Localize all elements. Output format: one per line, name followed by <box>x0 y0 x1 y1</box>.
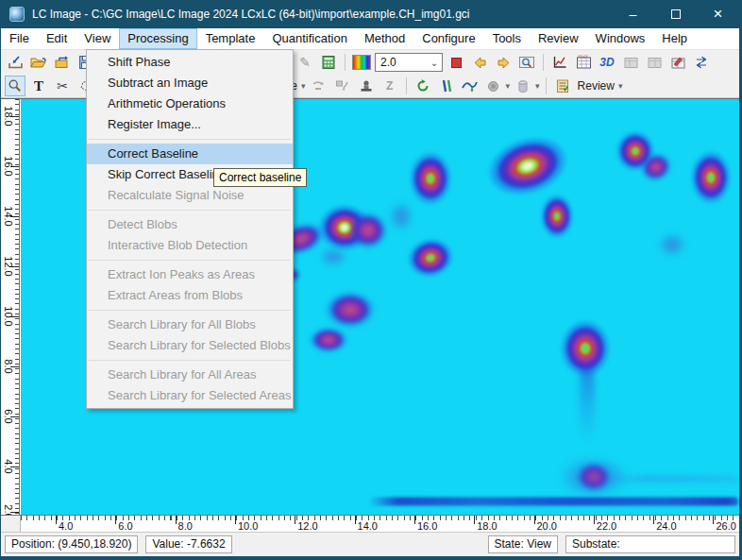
palette-icon <box>352 55 371 70</box>
menu-item-correct-baseline[interactable]: Correct Baseline <box>87 144 293 164</box>
back-button[interactable] <box>469 52 490 73</box>
swap-views-icon[interactable] <box>691 52 712 73</box>
toolbar-file-group <box>5 50 96 75</box>
status-substate: Substate: <box>565 535 735 553</box>
blob-op2-icon-disabled <box>332 76 353 96</box>
x-ruler-label: 20.0 <box>537 520 557 532</box>
blob-green <box>690 150 732 205</box>
close-button[interactable]: × <box>697 0 739 28</box>
toolbar-separator <box>543 54 544 71</box>
menu-item-shift-phase[interactable]: Shift Phase <box>87 52 293 73</box>
zoom-window-icon[interactable] <box>516 52 537 73</box>
text-tool-button[interactable]: T <box>28 76 49 96</box>
x-ruler-tick <box>176 516 177 524</box>
stamp-tool-icon[interactable] <box>356 76 377 96</box>
menubar-item-view[interactable]: View <box>76 28 119 49</box>
zoom-tool-button[interactable] <box>5 76 25 96</box>
colorize-palette-icon[interactable] <box>351 52 372 73</box>
zoom-level-combobox[interactable]: 2.0 ⌄ <box>375 53 443 72</box>
status-value: Value: -7.6632 <box>145 535 231 553</box>
blob-magenta <box>309 327 348 353</box>
close-icon: × <box>714 5 723 24</box>
x-ruler-tick <box>295 516 295 524</box>
text-tool-icon: T <box>34 78 43 94</box>
stop-button[interactable] <box>446 52 466 73</box>
menubar-item-review[interactable]: Review <box>530 28 587 49</box>
x-ruler-label: 16.0 <box>417 520 437 532</box>
cut-tool-button[interactable]: ✂ <box>52 76 73 96</box>
3d-icon: 3D <box>599 56 614 69</box>
reprocess-icon[interactable] <box>413 76 433 96</box>
blob-green <box>560 319 611 378</box>
maximize-icon <box>671 9 681 19</box>
baseline-correct-icon[interactable] <box>460 76 481 96</box>
blob-streak <box>368 497 738 505</box>
data-table-icon[interactable]: 0123 <box>573 52 594 73</box>
y-ruler-label: 12.0 <box>4 255 13 278</box>
menubar-item-help[interactable]: Help <box>653 28 696 49</box>
chevron-down-icon[interactable]: ▾ <box>506 81 511 91</box>
phase-filter-icon[interactable] <box>436 76 457 96</box>
y-ruler-label: 16.0 <box>4 155 13 178</box>
chevron-down-icon[interactable]: ▾ <box>535 81 540 91</box>
toolbar-process-group: te ▾ Z ▾ <box>286 74 623 98</box>
edit-table-icon[interactable] <box>667 52 688 73</box>
review-dropdown-label[interactable]: Review <box>576 79 616 93</box>
close-image-icon[interactable] <box>52 52 73 73</box>
menubar-item-quantification[interactable]: Quantification <box>263 28 356 49</box>
forward-button[interactable] <box>493 52 514 73</box>
menubar-item-processing[interactable]: Processing <box>119 28 196 49</box>
menu-separator <box>89 210 291 211</box>
table-digits: 0123 <box>578 55 588 59</box>
x-ruler-tick <box>534 516 535 524</box>
menu-item-register-image[interactable]: Register Image... <box>87 114 293 135</box>
sphere-tool-icon-disabled <box>483 76 504 96</box>
blob-op-icon-disabled <box>309 76 329 96</box>
menu-separator <box>89 139 291 140</box>
import-image-icon[interactable] <box>5 52 25 73</box>
menu-item-arithmetic-operations[interactable]: Arithmetic Operations <box>87 93 293 114</box>
menu-item-search-library-for-all-blobs: Search Library for All Blobs <box>87 314 293 335</box>
calculator-icon[interactable] <box>318 52 339 73</box>
minimize-button[interactable]: – <box>612 0 654 28</box>
x-ruler: 4.06.08.010.012.014.016.018.020.022.024.… <box>1 515 739 532</box>
scissors-icon: ✂ <box>57 78 68 93</box>
menu-item-subtract-an-image[interactable]: Subtract an Image <box>87 73 293 93</box>
chromatogram-plot-icon[interactable] <box>549 52 570 73</box>
x-ruler-tick <box>713 516 714 524</box>
titlebar: LC Image - C:\GC Image\LC Image 2024 LCx… <box>1 0 739 28</box>
menubar-item-template[interactable]: Template <box>197 28 264 49</box>
menu-item-search-library-for-selected-areas: Search Library for Selected Areas <box>87 385 293 406</box>
maximize-button[interactable] <box>654 0 697 28</box>
x-ruler-label: 12.0 <box>297 520 317 532</box>
blob-faint <box>389 201 413 231</box>
menubar-item-windows[interactable]: Windows <box>587 28 654 49</box>
blob-green <box>403 233 458 281</box>
app-icon <box>9 7 25 22</box>
menu-item-search-library-for-selected-blobs: Search Library for Selected Blobs <box>87 335 293 356</box>
open-file-icon[interactable] <box>28 52 49 73</box>
blob-green <box>540 194 574 239</box>
status-state: State: View <box>488 535 558 553</box>
menubar-item-file[interactable]: File <box>1 28 38 49</box>
x-ruler-label: 6.0 <box>118 520 132 532</box>
y-ruler-label: 10.0 <box>4 305 13 328</box>
toolbar-separator <box>546 77 547 94</box>
x-ruler-tick <box>414 516 415 524</box>
edit-pen-icon[interactable]: ✎ <box>295 52 315 73</box>
menubar-item-edit[interactable]: Edit <box>38 28 76 49</box>
view-3d-icon[interactable]: 3D <box>597 52 617 73</box>
menubar-item-tools[interactable]: Tools <box>484 28 530 49</box>
menu-item-extract-ion-peaks-as-areas: Extract Ion Peaks as Areas <box>87 264 293 285</box>
blob-faint <box>658 232 686 257</box>
menubar-item-configure[interactable]: Configure <box>413 28 483 49</box>
status-position: Position: (9.450,18.920) <box>5 535 138 553</box>
menubar-item-method[interactable]: Method <box>356 28 413 49</box>
y-ruler-label: 14.0 <box>4 205 13 228</box>
processing-menu: Shift PhaseSubtract an ImageArithmetic O… <box>86 49 294 409</box>
z-transform-icon-disabled: Z <box>379 76 400 96</box>
cylinder-tool-icon-disabled <box>513 76 533 96</box>
menu-item-search-library-for-all-areas: Search Library for All Areas <box>87 365 293 385</box>
app-window: LC Image - C:\GC Image\LC Image 2024 LCx… <box>0 0 742 560</box>
x-ruler-tick <box>56 516 57 524</box>
